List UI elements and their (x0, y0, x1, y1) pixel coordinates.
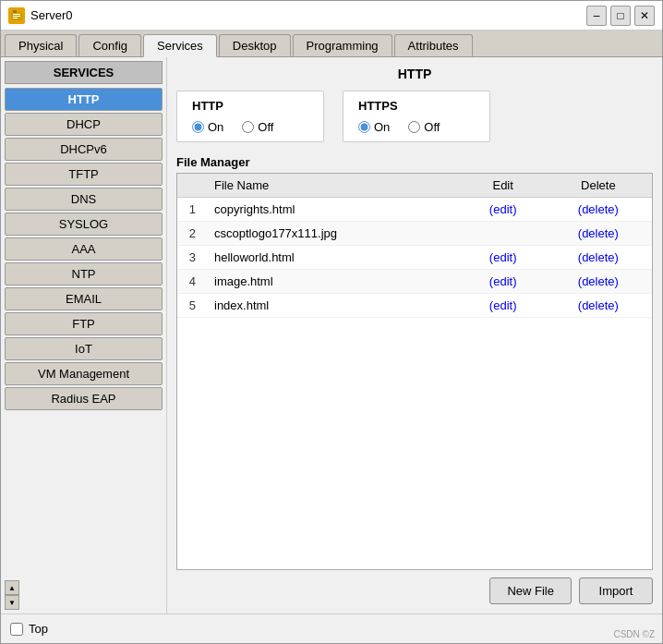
https-on-radio[interactable] (358, 121, 370, 133)
watermark: CSDN ©Z (613, 629, 655, 639)
sidebar-item-aaa[interactable]: AAA (5, 237, 163, 261)
table-row: 3helloworld.html(edit)(delete) (177, 246, 652, 270)
main-panel: HTTP HTTP On Off (167, 57, 662, 614)
delete-link[interactable]: (delete) (545, 222, 652, 246)
edit-link (462, 222, 545, 246)
svg-rect-2 (13, 14, 20, 15)
top-checkbox[interactable] (10, 623, 23, 636)
tab-desktop[interactable]: Desktop (219, 34, 291, 56)
delete-link[interactable]: (delete) (545, 270, 652, 294)
delete-link[interactable]: (delete) (545, 198, 652, 222)
sidebar-item-dhcp[interactable]: DHCP (5, 113, 163, 136)
sidebar-item-radius-eap[interactable]: Radius EAP (5, 387, 163, 410)
file-name[interactable]: helloworld.html (205, 246, 462, 270)
https-off-label[interactable]: Off (408, 120, 440, 134)
col-edit: Edit (462, 174, 545, 198)
sidebar-scroll: HTTP DHCP DHCPv6 TFTP DNS SYSLOG AAA NTP… (5, 88, 163, 580)
protocol-section: HTTP On Off HTTPS (176, 91, 653, 142)
col-filename: File Name (205, 174, 462, 198)
window-title: Server0 (30, 8, 581, 22)
https-radio-group: On Off (358, 120, 475, 134)
file-table-container: File Name Edit Delete 1copyrights.html(e… (176, 173, 653, 570)
window-footer: Top CSDN ©Z (1, 614, 662, 643)
file-table: File Name Edit Delete 1copyrights.html(e… (177, 174, 652, 318)
sidebar-header: SERVICES (5, 61, 163, 84)
https-box: HTTPS On Off (343, 91, 490, 142)
row-index: 3 (177, 246, 205, 270)
http-on-radio[interactable] (192, 121, 204, 133)
edit-link[interactable]: (edit) (462, 246, 545, 270)
app-icon (8, 7, 25, 24)
file-manager-title: File Manager (176, 155, 653, 169)
main-window: Server0 – □ ✕ Physical Config Services D… (0, 0, 663, 644)
sidebar: SERVICES HTTP DHCP DHCPv6 TFTP DNS SYSLO… (1, 57, 167, 614)
https-title: HTTPS (358, 99, 475, 113)
sidebar-item-dhcpv6[interactable]: DHCPv6 (5, 138, 163, 161)
file-name[interactable]: cscoptlogo177x111.jpg (205, 222, 462, 246)
scroll-down-button[interactable]: ▼ (5, 595, 19, 610)
content-area: SERVICES HTTP DHCP DHCPv6 TFTP DNS SYSLO… (1, 57, 662, 614)
sidebar-item-dns[interactable]: DNS (5, 188, 163, 211)
edit-link[interactable]: (edit) (462, 294, 545, 318)
http-off-label[interactable]: Off (242, 120, 273, 134)
sidebar-item-ftp[interactable]: FTP (5, 312, 163, 335)
top-label[interactable]: Top (29, 622, 48, 636)
table-row: 4image.html(edit)(delete) (177, 270, 652, 294)
title-bar: Server0 – □ ✕ (1, 1, 662, 30)
row-index: 2 (177, 222, 205, 246)
https-off-radio[interactable] (408, 121, 420, 133)
sidebar-item-http[interactable]: HTTP (5, 88, 163, 111)
tab-bar: Physical Config Services Desktop Program… (1, 30, 662, 57)
sidebar-item-iot[interactable]: IoT (5, 337, 163, 360)
file-manager-section: File Manager File Name Edit Delete (176, 155, 653, 604)
http-box: HTTP On Off (176, 91, 324, 142)
file-name[interactable]: index.html (205, 294, 462, 318)
row-index: 1 (177, 198, 205, 222)
table-row: 1copyrights.html(edit)(delete) (177, 198, 652, 222)
table-row: 2cscoptlogo177x111.jpg(delete) (177, 222, 652, 246)
row-index: 5 (177, 294, 205, 318)
import-button[interactable]: Import (579, 577, 653, 604)
tab-physical[interactable]: Physical (5, 34, 77, 56)
table-header-row: File Name Edit Delete (177, 174, 652, 198)
http-off-radio[interactable] (242, 121, 254, 133)
new-file-button[interactable]: New File (489, 577, 572, 604)
file-name[interactable]: copyrights.html (205, 198, 462, 222)
tab-programming[interactable]: Programming (293, 34, 392, 56)
tab-attributes[interactable]: Attributes (394, 34, 473, 56)
edit-link[interactable]: (edit) (462, 270, 545, 294)
http-on-label[interactable]: On (192, 120, 223, 134)
http-radio-group: On Off (192, 120, 308, 134)
minimize-button[interactable]: – (586, 6, 607, 26)
maximize-button[interactable]: □ (610, 6, 631, 26)
close-button[interactable]: ✕ (634, 6, 655, 26)
section-title: HTTP (176, 67, 653, 81)
delete-link[interactable]: (delete) (545, 294, 652, 318)
sidebar-item-tftp[interactable]: TFTP (5, 163, 163, 186)
sidebar-item-vm-management[interactable]: VM Management (5, 362, 163, 385)
https-on-label[interactable]: On (358, 120, 390, 134)
svg-rect-3 (13, 16, 20, 17)
http-title: HTTP (192, 99, 308, 113)
sidebar-item-syslog[interactable]: SYSLOG (5, 213, 163, 236)
table-row: 5index.html(edit)(delete) (177, 294, 652, 318)
bottom-buttons: New File Import (176, 577, 653, 604)
col-index (177, 174, 205, 198)
delete-link[interactable]: (delete) (545, 246, 652, 270)
svg-rect-1 (13, 10, 17, 13)
row-index: 4 (177, 270, 205, 294)
window-controls: – □ ✕ (586, 6, 655, 26)
file-name[interactable]: image.html (205, 270, 462, 294)
svg-rect-4 (13, 18, 18, 18)
col-delete: Delete (545, 174, 652, 198)
scroll-up-button[interactable]: ▲ (5, 580, 19, 595)
tab-config[interactable]: Config (78, 34, 141, 56)
edit-link[interactable]: (edit) (462, 198, 545, 222)
sidebar-item-email[interactable]: EMAIL (5, 287, 163, 310)
sidebar-item-ntp[interactable]: NTP (5, 262, 163, 286)
tab-services[interactable]: Services (143, 34, 217, 57)
